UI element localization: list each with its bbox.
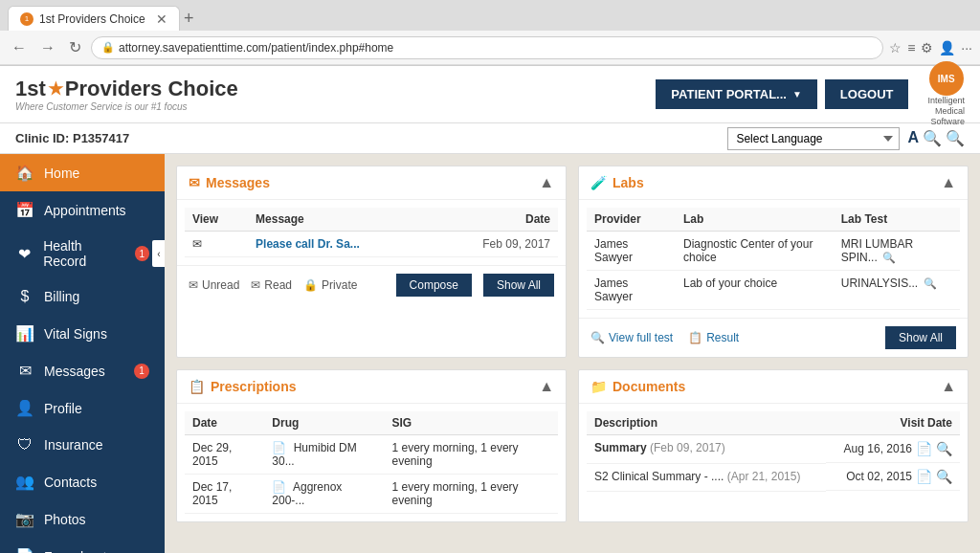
sidebar-item-facesheet[interactable]: 📄 Facesheet xyxy=(0,538,165,553)
labs-collapse-button[interactable]: ▲ xyxy=(941,174,956,191)
read-filter[interactable]: ✉ Read xyxy=(251,278,292,292)
messages-date: Feb 09, 2017 xyxy=(431,232,558,257)
documents-card: 📁 Documents ▲ Description Visit Date xyxy=(578,369,969,522)
sidebar-item-label: Messages xyxy=(44,364,105,379)
private-filter[interactable]: 🔒 Private xyxy=(303,278,357,292)
doc-download-icon-2[interactable]: 📄 xyxy=(916,469,932,484)
forward-button[interactable]: → xyxy=(36,37,59,58)
table-row: Dec 29, 2015 📄 Humibid DM 30... 1 every … xyxy=(185,435,558,475)
search-icon[interactable]: 🔍 xyxy=(882,252,896,263)
read-icon: ✉ xyxy=(251,278,260,292)
sidebar-item-appointments[interactable]: 📅 Appointments xyxy=(0,191,165,229)
messages-card-body: View Message Date ✉ Please call Dr. Sa..… xyxy=(177,200,566,265)
presc-sig-2: 1 every morning, 1 every evening xyxy=(385,475,558,514)
tab-bar: 1 1st Providers Choice ✕ + xyxy=(0,0,980,31)
magnify-icon: 🔍 xyxy=(590,331,605,344)
prescriptions-collapse-button[interactable]: ▲ xyxy=(539,378,554,395)
clinic-bar: Clinic ID: P1357417 Select Language A 🔍 … xyxy=(0,123,980,154)
compose-button[interactable]: Compose xyxy=(396,274,472,297)
sidebar-item-photos[interactable]: 📷 Photos xyxy=(0,500,165,538)
refresh-button[interactable]: ↻ xyxy=(65,36,85,58)
language-select[interactable]: Select Language xyxy=(727,127,900,150)
doc-view-icon-1[interactable]: 🔍 xyxy=(936,441,952,456)
url-text: attorney.savepatienttime.com/patient/ind… xyxy=(119,41,393,55)
documents-collapse-button[interactable]: ▲ xyxy=(941,378,956,395)
messages-card-footer: ✉ Unread ✉ Read 🔒 Private Compose Show A… xyxy=(177,265,566,304)
extension-icon[interactable]: ⚙ xyxy=(921,40,933,55)
labs-col-test: Lab Test xyxy=(834,208,960,232)
table-row: Summary (Feb 09, 2017) Aug 16, 2016 📄 🔍 xyxy=(587,435,960,464)
labs-card-header: 🧪 Labs ▲ xyxy=(579,166,968,200)
language-area: Select Language A 🔍 🔍 xyxy=(727,127,965,150)
sidebar-collapse-button[interactable]: ‹ xyxy=(152,240,165,267)
sidebar-item-messages[interactable]: ✉ Messages 1 xyxy=(0,352,165,389)
table-row: James Sawyer Diagnostic Center of your c… xyxy=(587,232,960,271)
doc-download-icon-1[interactable]: 📄 xyxy=(916,441,932,456)
font-size-icon[interactable]: A xyxy=(907,129,919,147)
labs-provider-2: James Sawyer xyxy=(587,271,676,310)
messages-message-link[interactable]: Please call Dr. Sa... xyxy=(248,232,431,257)
contacts-icon: 👥 xyxy=(15,473,34,491)
sidebar-item-vital-signs[interactable]: 📊 Vital Signs xyxy=(0,315,165,352)
back-button[interactable]: ← xyxy=(8,37,31,58)
patient-portal-button[interactable]: PATIENT PORTAL... ▼ xyxy=(656,79,817,109)
logo: 1st ★ Providers Choice xyxy=(15,77,238,101)
sidebar-item-billing[interactable]: $ Billing xyxy=(0,278,165,315)
prescriptions-title-icon: 📋 xyxy=(189,379,205,394)
unread-icon: ✉ xyxy=(189,278,198,292)
sidebar-item-home[interactable]: 🏠 Home xyxy=(0,154,165,191)
presc-sig-1: 1 every morning, 1 every evening xyxy=(385,435,558,475)
search-icon-1[interactable]: 🔍 xyxy=(923,129,942,147)
menu-icon[interactable]: ≡ xyxy=(907,40,915,55)
user-icon[interactable]: 👤 xyxy=(939,40,955,55)
lock-icon: 🔒 xyxy=(101,41,115,54)
shield-icon: 🛡 xyxy=(15,436,34,453)
table-row: Dec 17, 2015 📄 Aggrenox 200-... 1 every … xyxy=(185,475,558,514)
tab-title: 1st Providers Choice xyxy=(39,12,148,26)
docs-visit-date-2: Oct 02, 2015 📄 🔍 xyxy=(826,463,960,491)
search-icon-2[interactable]: 🔍 xyxy=(946,129,965,147)
sidebar-item-contacts[interactable]: 👥 Contacts xyxy=(0,463,165,500)
sidebar-item-insurance[interactable]: 🛡 Insurance xyxy=(0,427,165,463)
bookmark-icon[interactable]: ☆ xyxy=(889,40,902,55)
messages-table: View Message Date ✉ Please call Dr. Sa..… xyxy=(185,208,558,257)
tab-close-button[interactable]: ✕ xyxy=(156,11,167,27)
labs-lab-1: Diagnostic Center of your choice xyxy=(676,232,834,271)
docs-col-visit-date: Visit Date xyxy=(826,411,960,435)
unread-filter[interactable]: ✉ Unread xyxy=(189,278,239,292)
docs-description-1: Summary (Feb 09, 2017) xyxy=(587,435,826,464)
prescriptions-table: Date Drug SIG Dec 29, 2015 📄 Humibid DM … xyxy=(185,411,558,514)
sidebar-item-label: Contacts xyxy=(44,475,97,490)
labs-show-all-button[interactable]: Show All xyxy=(885,326,956,349)
logo-star: ★ xyxy=(48,78,63,100)
sidebar-item-profile[interactable]: 👤 Profile xyxy=(0,389,165,427)
logo-suffix: Providers Choice xyxy=(65,77,238,101)
messages-collapse-button[interactable]: ▲ xyxy=(539,174,554,191)
sidebar-item-label: Facesheet xyxy=(44,549,106,554)
search-icon[interactable]: 🔍 xyxy=(924,277,937,289)
messages-col-message: Message xyxy=(248,208,431,232)
health-record-badge: 1 xyxy=(135,246,149,261)
new-tab-button[interactable]: + xyxy=(184,10,194,27)
address-bar[interactable]: 🔒 attorney.savepatienttime.com/patient/i… xyxy=(91,36,883,59)
active-tab[interactable]: 1 1st Providers Choice ✕ xyxy=(8,6,180,31)
sidebar-item-label: Insurance xyxy=(44,437,102,453)
clinic-id: Clinic ID: P1357417 xyxy=(15,131,129,145)
view-full-test-link[interactable]: 🔍 View full test xyxy=(590,331,673,344)
documents-table: Description Visit Date Summary (Feb 09, … xyxy=(587,411,960,492)
table-row: ✉ Please call Dr. Sa... Feb 09, 2017 xyxy=(185,232,558,257)
logout-button[interactable]: LOGOUT xyxy=(825,79,909,109)
sidebar-item-health-record[interactable]: ❤ Health Record 1 ‹ xyxy=(0,229,165,278)
calendar-icon: 📅 xyxy=(15,201,34,219)
more-icon[interactable]: ··· xyxy=(961,40,972,55)
result-link[interactable]: 📋 Result xyxy=(688,331,739,344)
messages-footer-filters: ✉ Unread ✉ Read 🔒 Private xyxy=(189,278,385,292)
messages-col-date: Date xyxy=(431,208,558,232)
doc-view-icon-2[interactable]: 🔍 xyxy=(936,469,952,484)
labs-card-footer: 🔍 View full test 📋 Result Show All xyxy=(579,318,968,357)
presc-col-date: Date xyxy=(185,411,264,435)
accessibility-icons: A 🔍 🔍 xyxy=(907,129,965,147)
sidebar-item-label: Home xyxy=(44,166,79,181)
ims-text: Intelligent Medical Software xyxy=(927,96,965,126)
messages-show-all-button[interactable]: Show All xyxy=(483,274,554,297)
